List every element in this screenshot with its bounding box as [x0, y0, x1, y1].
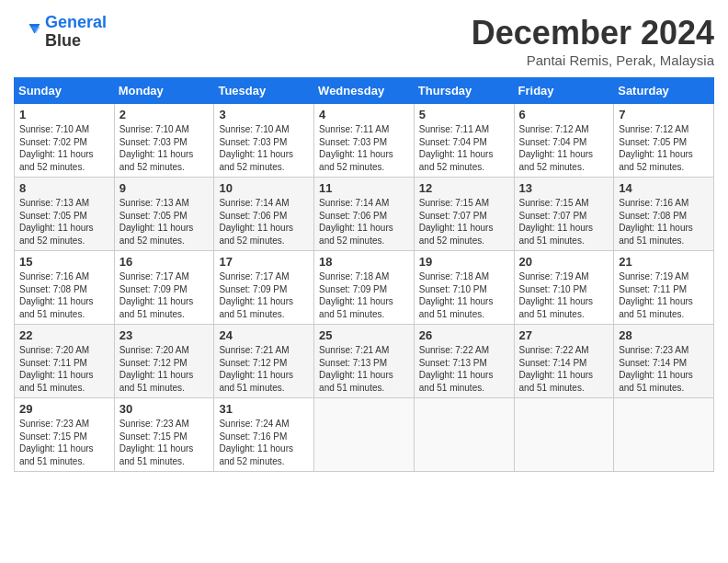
calendar-cell	[514, 398, 614, 472]
day-number: 6	[519, 108, 609, 121]
day-number: 29	[19, 402, 109, 416]
week-row-5: 29 Sunrise: 7:23 AM Sunset: 7:15 PM Dayl…	[15, 398, 714, 472]
calendar-cell: 4 Sunrise: 7:11 AM Sunset: 7:03 PM Dayli…	[314, 104, 415, 178]
day-number: 9	[119, 181, 210, 195]
day-info: Sunrise: 7:18 AM Sunset: 7:10 PM Dayligh…	[419, 270, 509, 320]
month-title: December 2024	[472, 14, 714, 52]
day-info: Sunrise: 7:23 AM Sunset: 7:15 PM Dayligh…	[19, 418, 109, 467]
calendar-cell	[314, 398, 415, 472]
calendar-cell: 22 Sunrise: 7:20 AM Sunset: 7:11 PM Dayl…	[15, 325, 115, 398]
day-info: Sunrise: 7:10 AM Sunset: 7:02 PM Dayligh…	[19, 123, 109, 173]
day-info: Sunrise: 7:12 AM Sunset: 7:05 PM Dayligh…	[619, 123, 709, 173]
calendar-cell: 25 Sunrise: 7:21 AM Sunset: 7:13 PM Dayl…	[314, 325, 415, 398]
day-info: Sunrise: 7:20 AM Sunset: 7:12 PM Dayligh…	[119, 344, 210, 394]
calendar-cell: 19 Sunrise: 7:18 AM Sunset: 7:10 PM Dayl…	[414, 251, 514, 325]
day-number: 3	[219, 108, 309, 121]
day-info: Sunrise: 7:10 AM Sunset: 7:03 PM Dayligh…	[219, 123, 309, 173]
calendar-cell: 20 Sunrise: 7:19 AM Sunset: 7:10 PM Dayl…	[514, 251, 614, 325]
day-number: 13	[519, 181, 609, 195]
calendar-cell: 30 Sunrise: 7:23 AM Sunset: 7:15 PM Dayl…	[114, 398, 214, 472]
day-info: Sunrise: 7:11 AM Sunset: 7:03 PM Dayligh…	[319, 123, 409, 173]
day-number: 31	[219, 402, 309, 416]
calendar-cell: 24 Sunrise: 7:21 AM Sunset: 7:12 PM Dayl…	[214, 325, 314, 398]
day-info: Sunrise: 7:21 AM Sunset: 7:13 PM Dayligh…	[319, 344, 409, 394]
calendar-cell: 5 Sunrise: 7:11 AM Sunset: 7:04 PM Dayli…	[414, 104, 514, 178]
day-info: Sunrise: 7:23 AM Sunset: 7:15 PM Dayligh…	[119, 418, 210, 467]
header-wednesday: Wednesday	[314, 78, 415, 104]
day-info: Sunrise: 7:11 AM Sunset: 7:04 PM Dayligh…	[419, 123, 509, 173]
day-number: 20	[519, 255, 609, 269]
day-info: Sunrise: 7:20 AM Sunset: 7:11 PM Dayligh…	[19, 344, 109, 394]
calendar-cell: 16 Sunrise: 7:17 AM Sunset: 7:09 PM Dayl…	[114, 251, 214, 325]
calendar-cell: 9 Sunrise: 7:13 AM Sunset: 7:05 PM Dayli…	[114, 178, 214, 251]
calendar-cell: 3 Sunrise: 7:10 AM Sunset: 7:03 PM Dayli…	[214, 104, 314, 178]
day-info: Sunrise: 7:18 AM Sunset: 7:09 PM Dayligh…	[319, 270, 409, 320]
calendar-cell	[614, 398, 714, 472]
day-number: 30	[119, 402, 210, 416]
week-row-4: 22 Sunrise: 7:20 AM Sunset: 7:11 PM Dayl…	[15, 325, 714, 398]
day-number: 24	[219, 328, 309, 342]
header-friday: Friday	[514, 78, 614, 104]
calendar-table: SundayMondayTuesdayWednesdayThursdayFrid…	[14, 77, 714, 472]
calendar-cell: 17 Sunrise: 7:17 AM Sunset: 7:09 PM Dayl…	[214, 251, 314, 325]
header-saturday: Saturday	[614, 78, 714, 104]
calendar-cell: 14 Sunrise: 7:16 AM Sunset: 7:08 PM Dayl…	[614, 178, 714, 251]
day-info: Sunrise: 7:16 AM Sunset: 7:08 PM Dayligh…	[619, 197, 709, 247]
day-number: 21	[619, 255, 709, 269]
day-number: 2	[119, 108, 210, 121]
week-row-1: 1 Sunrise: 7:10 AM Sunset: 7:02 PM Dayli…	[15, 104, 714, 178]
calendar-cell: 13 Sunrise: 7:15 AM Sunset: 7:07 PM Dayl…	[514, 178, 614, 251]
day-info: Sunrise: 7:10 AM Sunset: 7:03 PM Dayligh…	[119, 123, 210, 173]
day-number: 25	[319, 328, 409, 342]
header: General Blue December 2024 Pantai Remis,…	[14, 14, 714, 68]
day-info: Sunrise: 7:19 AM Sunset: 7:10 PM Dayligh…	[519, 270, 609, 320]
day-number: 10	[219, 181, 309, 195]
calendar-header-row: SundayMondayTuesdayWednesdayThursdayFrid…	[15, 78, 714, 104]
day-info: Sunrise: 7:14 AM Sunset: 7:06 PM Dayligh…	[319, 197, 409, 247]
header-monday: Monday	[114, 78, 214, 104]
day-number: 15	[19, 255, 109, 269]
day-number: 18	[319, 255, 409, 269]
calendar-cell: 7 Sunrise: 7:12 AM Sunset: 7:05 PM Dayli…	[614, 104, 714, 178]
day-number: 22	[19, 328, 109, 342]
day-info: Sunrise: 7:17 AM Sunset: 7:09 PM Dayligh…	[219, 270, 309, 320]
logo: General Blue	[14, 14, 107, 51]
logo-icon	[14, 18, 41, 46]
calendar-cell: 1 Sunrise: 7:10 AM Sunset: 7:02 PM Dayli…	[15, 104, 115, 178]
day-number: 1	[19, 108, 109, 121]
day-info: Sunrise: 7:19 AM Sunset: 7:11 PM Dayligh…	[619, 270, 709, 320]
calendar-cell: 8 Sunrise: 7:13 AM Sunset: 7:05 PM Dayli…	[15, 178, 115, 251]
day-info: Sunrise: 7:24 AM Sunset: 7:16 PM Dayligh…	[219, 418, 309, 467]
calendar-cell: 12 Sunrise: 7:15 AM Sunset: 7:07 PM Dayl…	[414, 178, 514, 251]
calendar-cell: 21 Sunrise: 7:19 AM Sunset: 7:11 PM Dayl…	[614, 251, 714, 325]
day-info: Sunrise: 7:17 AM Sunset: 7:09 PM Dayligh…	[119, 270, 210, 320]
day-info: Sunrise: 7:22 AM Sunset: 7:13 PM Dayligh…	[419, 344, 509, 394]
day-number: 23	[119, 328, 210, 342]
day-info: Sunrise: 7:22 AM Sunset: 7:14 PM Dayligh…	[519, 344, 609, 394]
week-row-2: 8 Sunrise: 7:13 AM Sunset: 7:05 PM Dayli…	[15, 178, 714, 251]
day-number: 14	[619, 181, 709, 195]
day-info: Sunrise: 7:16 AM Sunset: 7:08 PM Dayligh…	[19, 270, 109, 320]
day-info: Sunrise: 7:15 AM Sunset: 7:07 PM Dayligh…	[419, 197, 509, 247]
day-number: 17	[219, 255, 309, 269]
calendar-cell: 28 Sunrise: 7:23 AM Sunset: 7:14 PM Dayl…	[614, 325, 714, 398]
day-number: 28	[619, 328, 709, 342]
calendar-cell: 31 Sunrise: 7:24 AM Sunset: 7:16 PM Dayl…	[214, 398, 314, 472]
location-subtitle: Pantai Remis, Perak, Malaysia	[472, 52, 714, 68]
day-info: Sunrise: 7:14 AM Sunset: 7:06 PM Dayligh…	[219, 197, 309, 247]
day-number: 12	[419, 181, 509, 195]
day-info: Sunrise: 7:23 AM Sunset: 7:14 PM Dayligh…	[619, 344, 709, 394]
day-info: Sunrise: 7:12 AM Sunset: 7:04 PM Dayligh…	[519, 123, 609, 173]
calendar-cell: 11 Sunrise: 7:14 AM Sunset: 7:06 PM Dayl…	[314, 178, 415, 251]
day-number: 27	[519, 328, 609, 342]
calendar-cell: 27 Sunrise: 7:22 AM Sunset: 7:14 PM Dayl…	[514, 325, 614, 398]
calendar-cell: 15 Sunrise: 7:16 AM Sunset: 7:08 PM Dayl…	[15, 251, 115, 325]
day-number: 16	[119, 255, 210, 269]
day-info: Sunrise: 7:13 AM Sunset: 7:05 PM Dayligh…	[19, 197, 109, 247]
calendar-cell: 26 Sunrise: 7:22 AM Sunset: 7:13 PM Dayl…	[414, 325, 514, 398]
day-number: 5	[419, 108, 509, 121]
day-number: 7	[619, 108, 709, 121]
calendar-cell: 2 Sunrise: 7:10 AM Sunset: 7:03 PM Dayli…	[114, 104, 214, 178]
header-sunday: Sunday	[15, 78, 115, 104]
day-number: 26	[419, 328, 509, 342]
